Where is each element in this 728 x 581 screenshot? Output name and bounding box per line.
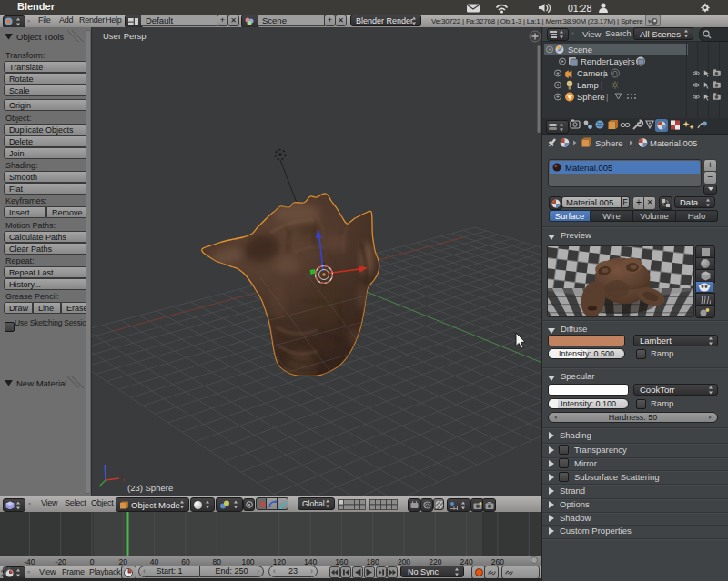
svg-text:Sphere: Sphere [595, 138, 623, 148]
svg-text:-20: -20 [56, 557, 67, 566]
svg-text:Material.005: Material.005 [650, 138, 697, 148]
svg-text:140: 140 [304, 557, 317, 566]
svg-text:Lamp: Lamp [577, 80, 599, 90]
svg-text:|: | [603, 68, 605, 78]
svg-text:80: 80 [212, 557, 221, 566]
svg-text:-40: -40 [24, 557, 35, 566]
svg-text:x: x [122, 476, 126, 483]
svg-text:01:28: 01:28 [568, 3, 592, 14]
svg-text:Sphere: Sphere [577, 92, 605, 102]
svg-text:260: 260 [491, 557, 504, 566]
svg-text:100: 100 [241, 557, 254, 566]
svg-text:120: 120 [273, 557, 286, 566]
svg-text:0: 0 [90, 557, 95, 566]
svg-text:180: 180 [367, 557, 379, 566]
svg-text:|: | [606, 92, 608, 102]
svg-text:|: | [627, 56, 629, 66]
svg-text:60: 60 [181, 557, 190, 566]
svg-text:220: 220 [429, 557, 441, 566]
svg-text:240: 240 [460, 557, 473, 566]
svg-text:160: 160 [335, 557, 348, 566]
svg-text:40: 40 [150, 557, 159, 566]
svg-text:200: 200 [398, 557, 410, 566]
svg-text:|: | [601, 80, 602, 90]
svg-text:Scene: Scene [568, 45, 592, 55]
svg-text:20: 20 [119, 557, 128, 566]
